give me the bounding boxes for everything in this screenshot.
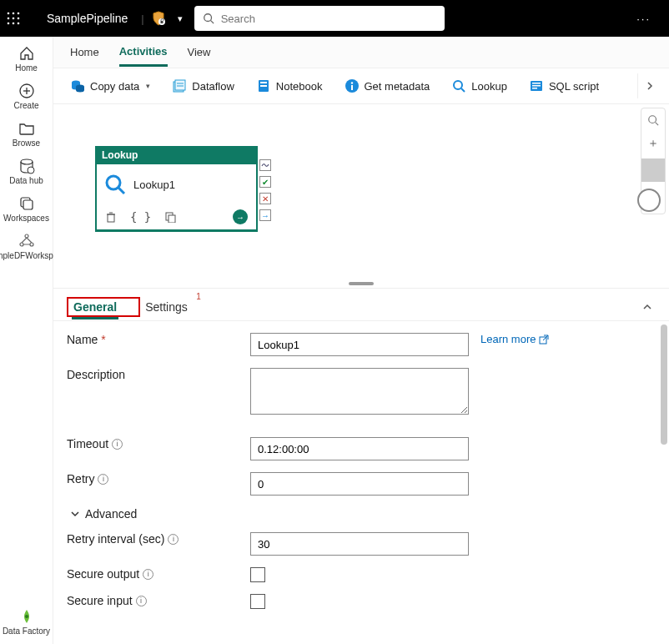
prop-tab-general[interactable]: General xyxy=(72,297,118,319)
tool-copy-data[interactable]: Copy data ▾ xyxy=(62,73,158,98)
run-icon[interactable]: → xyxy=(233,209,248,224)
notebook-icon xyxy=(256,78,271,93)
search-input[interactable] xyxy=(221,13,436,25)
rail-create[interactable]: Create xyxy=(2,83,52,110)
rail-datafactory[interactable]: Data Factory xyxy=(3,608,50,644)
secure-output-label: Secure output i xyxy=(67,567,250,581)
info-icon[interactable]: i xyxy=(168,534,179,545)
svg-rect-41 xyxy=(532,88,537,89)
timeout-label: Timeout i xyxy=(67,437,250,450)
retry-interval-label: Retry interval (sec) i xyxy=(67,532,250,546)
rail-sample-workspace[interactable]: SampleDFWorkspace xyxy=(2,233,52,260)
svg-rect-35 xyxy=(351,85,353,90)
lookup-node[interactable]: Lookup Lookup1 ✔ ✕ → { } → xyxy=(95,146,258,232)
svg-point-7 xyxy=(13,23,15,25)
handle-success-icon[interactable]: ✔ xyxy=(259,176,271,188)
project-name[interactable]: SamplePipeline xyxy=(40,12,134,25)
scrollbar-thumb[interactable] xyxy=(661,325,667,445)
secure-input-checkbox[interactable] xyxy=(250,594,265,609)
node-handles: ✔ ✕ → xyxy=(259,159,271,221)
timeout-input[interactable] xyxy=(250,437,469,460)
top-bar: SamplePipeline | ▾ ··· xyxy=(0,0,669,37)
svg-rect-39 xyxy=(532,83,541,84)
lookup-icon xyxy=(451,78,466,93)
handle-fail-icon[interactable]: ✕ xyxy=(259,193,271,204)
rail-home[interactable]: Home xyxy=(2,45,52,73)
retry-input[interactable] xyxy=(250,472,469,496)
secure-output-checkbox[interactable] xyxy=(250,567,265,582)
svg-rect-32 xyxy=(260,85,267,87)
info-icon[interactable]: i xyxy=(112,439,123,450)
tool-get-metadata[interactable]: Get metadata xyxy=(336,73,439,98)
shield-icon[interactable] xyxy=(151,11,166,26)
tool-sql-script[interactable]: SQL script xyxy=(521,73,607,98)
svg-point-22 xyxy=(30,243,33,246)
dataflow-icon xyxy=(172,78,187,93)
copy-icon[interactable] xyxy=(164,211,176,223)
svg-line-43 xyxy=(118,188,124,194)
collapse-panel-icon[interactable] xyxy=(639,299,656,315)
zoom-thumb[interactable] xyxy=(637,189,661,212)
node-footer: { } → xyxy=(95,204,258,232)
chevron-down-icon[interactable]: ▾ xyxy=(173,13,188,24)
properties-form: Name * Learn more Description Timeout i … xyxy=(53,321,669,644)
app-launcher-icon[interactable] xyxy=(7,12,33,25)
svg-line-37 xyxy=(461,88,465,92)
svg-rect-40 xyxy=(532,85,541,87)
prop-tab-settings[interactable]: Settings 1 xyxy=(140,294,193,320)
zoom-in-icon[interactable]: ＋ xyxy=(641,132,665,155)
highlight-general: General xyxy=(67,297,140,317)
panel-resize-handle[interactable] xyxy=(53,279,669,288)
svg-point-36 xyxy=(454,81,462,89)
name-input[interactable] xyxy=(250,333,469,356)
info-icon[interactable]: i xyxy=(143,569,153,580)
tool-lookup[interactable]: Lookup xyxy=(443,73,516,98)
info-icon[interactable]: i xyxy=(136,596,147,606)
advanced-toggle[interactable]: Advanced xyxy=(70,507,647,521)
retry-interval-input[interactable] xyxy=(250,532,469,556)
node-body[interactable]: Lookup1 ✔ ✕ → xyxy=(95,164,258,204)
node-name: Lookup1 xyxy=(133,179,175,191)
tool-dataflow[interactable]: Dataflow xyxy=(163,73,243,98)
database-icon xyxy=(18,158,35,174)
handle-skip-icon[interactable]: → xyxy=(259,209,271,221)
learn-more-link[interactable]: Learn more xyxy=(480,333,549,345)
search-box[interactable] xyxy=(194,6,445,31)
rail-browse[interactable]: Browse xyxy=(2,120,52,148)
svg-point-20 xyxy=(25,234,28,238)
tool-label: Notebook xyxy=(276,80,323,93)
description-label: Description xyxy=(67,368,250,381)
zoom-controls: ＋ − xyxy=(641,108,666,214)
svg-rect-48 xyxy=(169,215,175,223)
chevron-right-icon xyxy=(646,82,654,90)
tab-home[interactable]: Home xyxy=(70,39,99,65)
rail-workspaces[interactable]: Workspaces xyxy=(2,195,52,223)
zoom-search-icon[interactable] xyxy=(641,108,665,132)
rail-label: Create xyxy=(13,101,38,110)
tool-label: Lookup xyxy=(471,80,507,93)
more-icon[interactable]: ··· xyxy=(625,13,662,25)
rail-label: Data hub xyxy=(9,176,43,185)
panel-scrollbar[interactable] xyxy=(659,321,669,644)
graph-icon xyxy=(18,233,35,249)
lookup-icon xyxy=(103,173,127,196)
svg-point-0 xyxy=(8,13,10,15)
delete-icon[interactable] xyxy=(105,211,117,223)
handle-pending-icon[interactable] xyxy=(259,159,271,171)
tool-notebook[interactable]: Notebook xyxy=(248,73,331,98)
zoom-slider[interactable] xyxy=(641,158,665,182)
pipeline-canvas[interactable]: Lookup Lookup1 ✔ ✕ → { } → xyxy=(53,104,669,279)
rail-label: Data Factory xyxy=(3,626,50,636)
code-icon[interactable]: { } xyxy=(130,210,151,224)
description-input[interactable] xyxy=(250,368,469,415)
svg-point-34 xyxy=(350,82,352,83)
toolbar-scroll-right[interactable] xyxy=(637,73,661,98)
info-icon[interactable]: i xyxy=(98,474,108,485)
tab-view[interactable]: View xyxy=(188,39,211,65)
svg-point-49 xyxy=(649,116,656,123)
tab-activities[interactable]: Activities xyxy=(119,38,168,67)
rail-datahub[interactable]: Data hub xyxy=(2,158,52,185)
svg-point-4 xyxy=(13,18,15,20)
svg-line-50 xyxy=(656,123,659,126)
rail-label: Browse xyxy=(13,138,40,148)
